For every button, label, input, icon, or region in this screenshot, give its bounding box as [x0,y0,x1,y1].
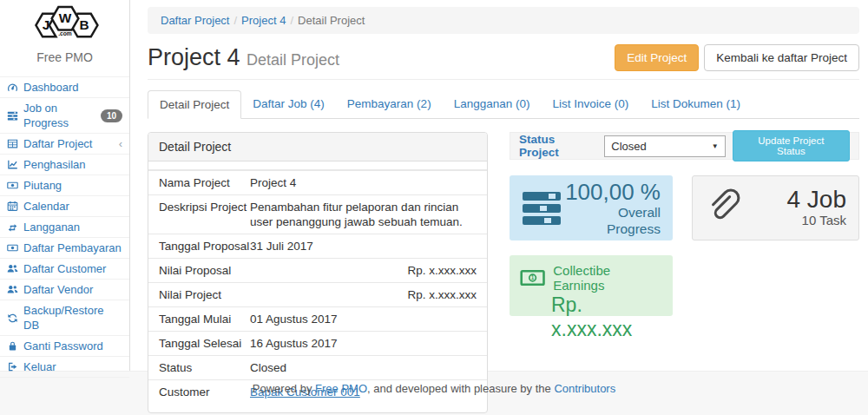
breadcrumb-link-daftar-project[interactable]: Daftar Project [161,14,229,27]
row-value: Rp. x.xxx.xxx [250,263,477,278]
sidebar-item-daftar-pembayaran[interactable]: Daftar Pembayaran [0,237,129,258]
collectible-earnings-box: 1 Collectibe Earnings Rp. x.xxx.xxx [510,255,673,316]
app-logo[interactable]: J B W .com Free PMO [0,0,129,76]
sign-out-icon [7,361,18,372]
breadcrumb-current: Detail Project [298,14,365,27]
refresh-icon [7,313,18,324]
users-icon [7,284,18,295]
progress-value: 100,00 % [562,180,661,204]
page-subtitle: Detail Project [247,51,339,69]
row-value: Closed [250,360,477,375]
paperclip-icon [705,188,741,228]
sidebar-item-daftar-project[interactable]: Daftar Project ‹ [0,133,129,154]
money-icon [7,180,18,191]
sidebar-item-daftar-customer[interactable]: Daftar Customer [0,258,129,279]
row-label: Nilai Project [159,287,250,302]
app-name: Free PMO [0,47,129,73]
svg-text:1: 1 [531,274,535,280]
lock-icon [7,340,18,352]
tab-pembayaran[interactable]: Pembayaran (2) [336,90,443,119]
money-icon [7,242,18,254]
sidebar-item-ganti-password[interactable]: Ganti Password [0,335,129,356]
table-row: Nilai Proposal Rp. x.xxx.xxx [148,258,487,282]
sidebar-item-label: Backup/Restore DB [23,303,122,333]
sidebar-item-dashboard[interactable]: Dashboard [0,76,129,97]
main-content: Daftar Project/Project 4/Detail Project … [130,0,868,371]
svg-text:.com: .com [58,30,72,36]
update-project-status-button[interactable]: Update Project Status [733,130,850,161]
free-pmo-link[interactable]: Free PMO [315,382,367,395]
sidebar-item-label: Keluar [23,359,56,374]
row-value: 31 Juli 2017 [250,239,477,254]
tab-langganan[interactable]: Langganan (0) [443,90,542,119]
sidebar-item-keluar[interactable]: Keluar [0,356,129,378]
svg-text:W: W [58,10,71,25]
retweet-icon [7,221,18,233]
sidebar-item-label: Dashboard [23,80,79,95]
line-chart-icon [7,159,18,170]
row-label: Nama Project [159,175,250,190]
sidebar-item-label: Daftar Vendor [23,282,93,297]
detail-table: Nama Project Project 4 Deskripsi Project… [148,161,487,412]
table-row: Status Closed [148,355,487,379]
dashboard-icon [7,82,18,93]
sidebar-item-label: Daftar Customer [23,261,106,276]
tab-detail-project[interactable]: Detail Project [148,90,241,119]
chevron-left-icon: ‹ [119,138,122,149]
detail-project-panel: Detail Project Nama Project Project 4 De… [148,132,488,413]
earnings-value: Rp. x.xxx.xxx [520,293,662,341]
tab-daftar-job[interactable]: Daftar Job (4) [241,90,336,119]
svg-text:B: B [79,17,89,32]
footer-text: , and developed with pleasure by the [367,382,554,395]
row-label: Nilai Proposal [159,263,250,278]
page-title: Project 4 Detail Project [148,44,339,71]
row-value: 16 Agustus 2017 [250,336,477,351]
contributors-link[interactable]: Contributors [554,382,615,395]
tasks-count: 10 Task [741,212,846,228]
table-row: Nilai Project Rp. x.xxx.xxx [148,282,487,306]
sidebar-item-label: Daftar Project [23,136,92,151]
sidebar-item-label: Job on Progress [23,101,95,130]
tasks-icon [7,110,18,122]
sidebar: J B W .com Free PMO Dashboard Job on Pro… [0,0,130,371]
row-label: Status [159,360,250,375]
sidebar-item-calendar[interactable]: Calendar [0,195,129,216]
table-icon [7,138,18,149]
sidebar-item-backup-restore-db[interactable]: Backup/Restore DB [0,300,129,335]
edit-project-button[interactable]: Edit Project [615,44,699,71]
status-project-bar: Status Project Closed ▼ Update Project S… [510,132,859,160]
money-icon: 1 [520,269,545,287]
overall-progress-box: 100,00 % Overall Progress [510,175,673,240]
sidebar-item-piutang[interactable]: Piutang [0,175,129,195]
back-to-project-list-button[interactable]: Kembali ke daftar Project [704,44,859,71]
breadcrumb-link-project-4[interactable]: Project 4 [241,14,286,27]
row-label: Deskripsi Project [159,200,250,229]
job-count-badge: 10 [101,109,122,122]
status-select-value: Closed [611,140,646,153]
progress-label: Overall Progress [562,204,661,237]
status-select[interactable]: Closed ▼ [604,135,725,157]
breadcrumb: Daftar Project/Project 4/Detail Project [148,7,859,34]
sidebar-item-label: Piutang [23,178,62,193]
breadcrumb-separator: / [229,14,241,27]
table-row: Tanggal Mulai 01 Agustus 2017 [148,306,487,331]
sidebar-menu: Dashboard Job on Progress 10 Daftar Proj… [0,76,129,378]
row-label: Tanggal Mulai [159,312,250,326]
sidebar-item-label: Ganti Password [23,339,103,353]
sidebar-item-langganan[interactable]: Langganan [0,216,129,237]
tab-list-invoice[interactable]: List Invoice (0) [541,90,640,119]
sidebar-item-daftar-vendor[interactable]: Daftar Vendor [0,279,129,300]
jwb-logo-icon: J B W .com [22,5,108,47]
project-tabs: Detail Project Daftar Job (4) Pembayaran… [148,90,859,119]
page-header: Project 4 Detail Project Edit Project Ke… [148,44,859,80]
table-row: Deskripsi Project Penambahan fitur pelap… [148,194,487,234]
status-project-label: Status Project [519,133,597,159]
panel-title: Detail Project [148,133,487,161]
jobs-box: 4 Job 10 Task [692,175,859,240]
footer-text: Powered by [253,382,315,395]
sidebar-item-job-on-progress[interactable]: Job on Progress 10 [0,97,129,133]
sidebar-item-penghasilan[interactable]: Penghasilan [0,154,129,175]
sidebar-item-label: Calendar [23,199,69,214]
jobs-value: 4 Job [741,188,846,212]
tab-list-dokumen[interactable]: List Dokumen (1) [640,90,752,119]
